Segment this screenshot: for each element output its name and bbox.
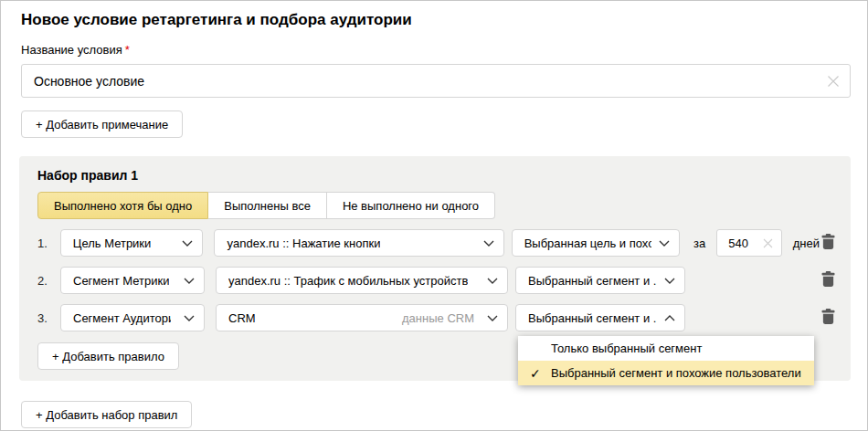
rule-type-select[interactable]: Сегмент Аудиторий — [60, 304, 205, 331]
rule-set-panel: Набор правил 1 Выполнено хотя бы одно Вы… — [19, 156, 851, 381]
match-mode-tabs: Выполнено хотя бы одно Выполнены все Не … — [37, 192, 495, 219]
menu-option-selected-segment-only[interactable]: Только выбранный сегмент — [518, 336, 814, 361]
chevron-down-icon — [176, 315, 195, 321]
tab-match-none[interactable]: Не выполнено ни одного — [327, 192, 495, 219]
chevron-down-icon — [480, 278, 498, 284]
rule-item-select[interactable]: yandex.ru :: Нажатие кнопки — [214, 229, 503, 257]
chevron-down-icon — [476, 240, 494, 247]
rule-item-select[interactable]: yandex.ru :: Трафик с мобильных устройст… — [216, 267, 508, 294]
rule-scope-select[interactable]: Выбранный сегмент и ... — [515, 267, 685, 294]
rule-row-1: 1. Цель Метрики yandex.ru :: Нажатие кно… — [37, 229, 840, 257]
rule-row-3: 3. Сегмент Аудиторий CRM данные CRM Выбр… — [37, 304, 840, 331]
rule-scope-value: Выбранный сегмент и ... — [528, 274, 657, 288]
condition-name-input[interactable] — [22, 74, 850, 89]
add-note-button[interactable]: + Добавить примечание — [21, 110, 183, 138]
rule-number: 2. — [37, 274, 60, 288]
page-title: Новое условие ретаргетинга и подбора ауд… — [21, 10, 849, 29]
rule-item-value: yandex.ru :: Трафик с мобильных устройст… — [228, 274, 468, 288]
chevron-down-icon — [480, 315, 498, 321]
chevron-down-icon — [175, 240, 193, 247]
add-rule-button[interactable]: + Добавить правило — [37, 342, 179, 370]
menu-option-label: Выбранный сегмент и похожие пользователи — [551, 366, 801, 380]
rule-number: 1. — [37, 237, 60, 250]
rule-scope-select[interactable]: Выбранная цель и похо... — [512, 229, 680, 257]
rule-set-title: Набор правил 1 — [37, 168, 840, 183]
rule-type-value: Цель Метрики — [73, 237, 152, 250]
rule-scope-select-open[interactable]: Выбранный сегмент и ... Только выбранный… — [515, 304, 685, 331]
rule-item-hint: данные CRM — [402, 311, 474, 325]
tab-match-any[interactable]: Выполнено хотя бы одно — [37, 192, 208, 219]
scope-dropdown-menu: Только выбранный сегмент ✓ Выбранный сег… — [518, 336, 814, 385]
tab-match-all[interactable]: Выполнены все — [208, 192, 327, 219]
trash-icon — [821, 271, 835, 289]
chevron-down-icon — [176, 278, 195, 284]
rule-number: 3. — [37, 311, 60, 325]
delete-rule-button[interactable] — [820, 269, 837, 291]
chevron-down-icon — [657, 278, 675, 284]
rule-type-select[interactable]: Цель Метрики — [60, 229, 204, 257]
menu-option-segment-and-lookalike[interactable]: ✓ Выбранный сегмент и похожие пользовате… — [518, 361, 814, 385]
rule-type-value: Сегмент Аудиторий — [73, 311, 171, 325]
rule-item-value: yandex.ru :: Нажатие кнопки — [227, 237, 380, 250]
period-prefix-label: за — [693, 237, 705, 250]
condition-name-field — [21, 64, 851, 98]
name-field-label: Название условия* — [21, 43, 849, 57]
page: Новое условие ретаргетинга и подбора ауд… — [1, 1, 867, 428]
rule-item-value: CRM — [228, 311, 256, 325]
rule-scope-value: Выбранный сегмент и ... — [528, 311, 657, 325]
rule-type-value: Сегмент Метрики — [73, 274, 169, 288]
required-asterisk: * — [125, 43, 130, 57]
rule-item-select[interactable]: CRM данные CRM — [216, 304, 508, 331]
rule-scope-value: Выбранная цель и похо... — [524, 237, 651, 250]
chevron-down-icon — [651, 240, 670, 247]
check-icon: ✓ — [530, 366, 545, 381]
name-field-label-text: Название условия — [21, 43, 122, 57]
clear-name-icon[interactable] — [826, 74, 841, 89]
clear-days-icon[interactable] — [762, 237, 774, 249]
period-suffix-label: дней — [793, 237, 820, 250]
trash-icon — [821, 234, 835, 252]
period-days-input[interactable] — [721, 237, 752, 250]
rule-row-2: 2. Сегмент Метрики yandex.ru :: Трафик с… — [37, 267, 840, 294]
menu-option-label: Только выбранный сегмент — [551, 342, 702, 355]
rule-type-select[interactable]: Сегмент Метрики — [60, 267, 205, 294]
period-days-field — [716, 229, 781, 257]
delete-rule-button[interactable] — [820, 232, 837, 254]
add-rule-set-button[interactable]: + Добавить набор правил — [21, 401, 192, 428]
chevron-up-icon — [657, 315, 675, 321]
delete-rule-button[interactable] — [820, 307, 837, 329]
trash-icon — [821, 309, 835, 327]
